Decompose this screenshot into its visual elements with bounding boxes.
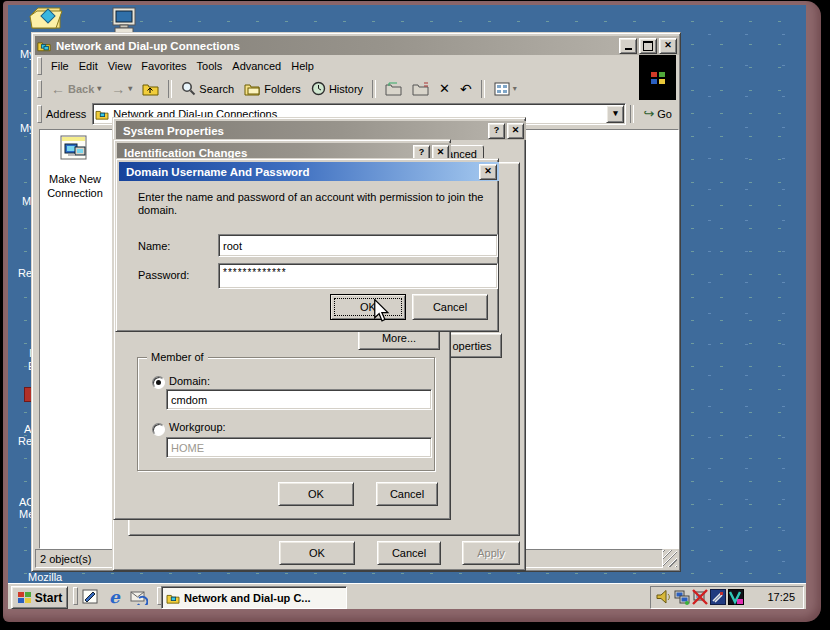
windows-logo-icon xyxy=(17,591,32,604)
domaindlg-cancel-button[interactable]: Cancel xyxy=(412,294,488,320)
name-input[interactable]: root xyxy=(218,234,498,257)
input-language-icon[interactable] xyxy=(710,589,726,605)
connect-drive-icon xyxy=(385,82,402,96)
menu-edit[interactable]: Edit xyxy=(79,60,98,72)
outlook-express-button[interactable] xyxy=(127,586,150,607)
folders-button[interactable]: Folders xyxy=(244,82,301,96)
domaindlg-ok-button[interactable]: OK xyxy=(330,294,406,320)
network-connection-icon[interactable] xyxy=(674,589,690,605)
identchanges-title: Identification Changes xyxy=(124,147,411,159)
menu-grip[interactable] xyxy=(37,57,42,75)
disconnected-network-icon[interactable] xyxy=(692,589,708,605)
start-button[interactable]: Start xyxy=(11,586,68,609)
desktop-label[interactable]: Re xyxy=(18,435,32,447)
undo-button[interactable]: ↶ xyxy=(460,81,472,97)
views-icon xyxy=(494,82,510,96)
domain-input[interactable]: cmdom xyxy=(166,389,432,410)
menu-tools[interactable]: Tools xyxy=(197,60,223,72)
desktop-label[interactable]: Re xyxy=(18,267,32,279)
disconnect-drive-button[interactable] xyxy=(412,82,429,96)
menu-view[interactable]: View xyxy=(108,60,132,72)
vnc-server-icon[interactable] xyxy=(728,589,744,605)
folders-icon xyxy=(244,82,261,96)
back-dropdown[interactable]: ▾ xyxy=(97,84,101,93)
make-new-connection-label[interactable]: Make New Connection xyxy=(40,172,110,200)
properties-button-fragment[interactable]: operties xyxy=(442,333,502,358)
windows-throbber xyxy=(639,55,676,100)
screen: My D My My Re I E A Re AO Me Mozilla Net… xyxy=(0,0,830,630)
password-label: Password: xyxy=(138,269,189,281)
internet-explorer-button[interactable]: e xyxy=(103,586,126,607)
forward-dropdown[interactable]: ▾ xyxy=(128,84,132,93)
sysprops-help-button[interactable]: ? xyxy=(488,123,505,139)
toolbar-grip[interactable] xyxy=(37,80,42,98)
up-button[interactable] xyxy=(142,81,159,96)
system-tray: 17:25 xyxy=(650,586,804,609)
go-button[interactable]: ↪ Go xyxy=(643,106,672,121)
identchanges-cancel-button[interactable]: Cancel xyxy=(376,482,438,506)
sysprops-apply-button[interactable]: Apply xyxy=(462,541,520,565)
menu-favorites[interactable]: Favorites xyxy=(141,60,186,72)
name-label: Name: xyxy=(138,240,170,252)
workgroup-radio[interactable] xyxy=(152,423,165,436)
sysprops-titlebar[interactable]: System Properties ? ✕ xyxy=(116,121,526,140)
toolbar: ← Back▾ → ▾ Search Fold xyxy=(35,77,635,100)
menu-advanced[interactable]: Advanced xyxy=(232,60,281,72)
menu-help[interactable]: Help xyxy=(291,60,314,72)
domaindlg-close-button[interactable]: ✕ xyxy=(479,164,497,180)
close-button[interactable]: ✕ xyxy=(659,38,677,54)
my-documents-icon[interactable] xyxy=(28,2,66,36)
address-dropdown-button[interactable]: ▾ xyxy=(606,105,624,123)
password-input[interactable]: ************* xyxy=(218,263,498,289)
maximize-button[interactable] xyxy=(639,38,657,54)
domain-label[interactable]: Domain: xyxy=(169,375,210,387)
views-button[interactable]: ▾ xyxy=(494,82,517,96)
workgroup-input: HOME xyxy=(166,437,432,458)
history-clock-icon xyxy=(311,81,326,96)
show-desktop-button[interactable] xyxy=(78,586,101,607)
domaindlg-title: Domain Username And Password xyxy=(126,166,477,178)
forward-button[interactable]: → ▾ xyxy=(111,81,132,97)
resize-grip[interactable] xyxy=(663,550,677,567)
taskbar: Start e Network and Dial-up C... xyxy=(8,583,806,609)
volume-icon[interactable] xyxy=(656,589,672,605)
window-title: Network and Dial-up Connections xyxy=(56,40,617,52)
search-button[interactable]: Search xyxy=(181,81,234,96)
identchanges-ok-button[interactable]: OK xyxy=(278,482,354,506)
sysprops-ok-button[interactable]: OK xyxy=(279,541,355,565)
connect-drive-button[interactable] xyxy=(385,82,402,96)
back-button[interactable]: ← Back▾ xyxy=(51,81,101,97)
network-folder-icon xyxy=(37,39,51,52)
domaindlg-titlebar[interactable]: Domain Username And Password ✕ xyxy=(119,162,499,181)
menu-bar: File Edit View Favorites Tools Advanced … xyxy=(35,56,635,76)
minimize-button[interactable] xyxy=(619,38,637,54)
sysprops-title: System Properties xyxy=(123,125,486,137)
history-button[interactable]: History xyxy=(311,81,363,96)
address-label: Address xyxy=(46,108,86,120)
forward-arrow-icon: → xyxy=(111,81,125,97)
desktop-label[interactable]: Mozilla xyxy=(28,571,62,583)
address-folder-icon xyxy=(95,108,109,120)
workgroup-label[interactable]: Workgroup: xyxy=(169,421,226,433)
back-arrow-icon: ← xyxy=(51,81,65,97)
disconnect-drive-icon xyxy=(412,82,429,96)
make-new-connection-icon[interactable] xyxy=(58,135,90,166)
member-of-legend: Member of xyxy=(147,351,208,363)
domain-radio[interactable] xyxy=(152,376,165,389)
window-titlebar[interactable]: Network and Dial-up Connections ✕ xyxy=(35,36,679,55)
go-arrow-icon: ↪ xyxy=(643,106,654,121)
sysprops-cancel-button[interactable]: Cancel xyxy=(377,541,441,565)
task-button-network-connections[interactable]: Network and Dial-up C... xyxy=(161,586,347,609)
delete-button[interactable]: ✕ xyxy=(439,81,450,96)
search-icon xyxy=(181,81,196,96)
up-folder-icon xyxy=(142,81,159,96)
sysprops-close-button[interactable]: ✕ xyxy=(507,123,524,139)
task-folder-icon xyxy=(166,592,180,604)
menu-file[interactable]: File xyxy=(51,60,69,72)
domaindlg-message: Enter the name and password of an accoun… xyxy=(138,191,488,217)
address-grip[interactable] xyxy=(37,105,42,123)
domain-password-dialog: Domain Username And Password ✕ Enter the… xyxy=(115,158,499,332)
clock[interactable]: 17:25 xyxy=(767,591,795,603)
